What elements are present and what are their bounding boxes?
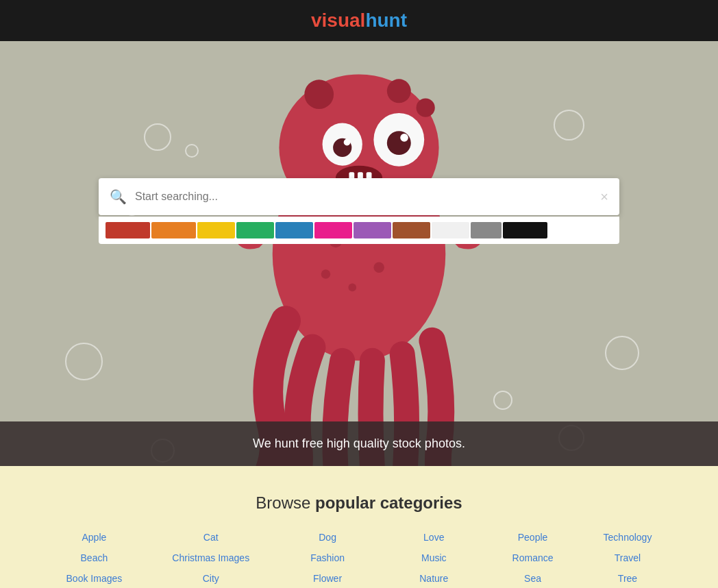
category-column: PeopleRomanceSeaSkySnow bbox=[512, 532, 554, 588]
color-swatch[interactable] bbox=[503, 222, 547, 238]
logo-visual: visual bbox=[311, 10, 365, 31]
color-swatch[interactable] bbox=[106, 222, 150, 238]
hero-section: 🔍 × We hunt free high quality stock phot… bbox=[0, 41, 718, 466]
category-link[interactable]: Sea bbox=[524, 573, 541, 584]
tagline-bar: We hunt free high quality stock photos. bbox=[0, 421, 718, 466]
svg-point-2 bbox=[304, 79, 334, 109]
category-column: TechnologyTravelTreeWomenWork bbox=[604, 532, 652, 588]
category-link[interactable]: Technology bbox=[604, 532, 652, 543]
color-swatch[interactable] bbox=[354, 222, 391, 238]
categories-section: Browse popular categories AppleBeachBook… bbox=[0, 466, 718, 588]
site-header: visualhunt bbox=[0, 0, 718, 41]
tagline-text: We hunt free high quality stock photos. bbox=[253, 437, 465, 450]
svg-point-4 bbox=[417, 99, 435, 117]
category-link[interactable]: Music bbox=[421, 552, 447, 563]
color-swatch[interactable] bbox=[471, 222, 502, 238]
color-swatch[interactable] bbox=[393, 222, 430, 238]
svg-point-10 bbox=[400, 134, 408, 142]
monster-svg bbox=[215, 41, 503, 466]
category-column: DogFashionFlowerFood ImagesHappy bbox=[299, 532, 356, 588]
color-swatch[interactable] bbox=[197, 222, 235, 238]
color-swatch[interactable] bbox=[275, 222, 313, 238]
svg-point-18 bbox=[348, 284, 356, 292]
search-icon: 🔍 bbox=[110, 188, 127, 205]
category-link[interactable]: Christmas Images bbox=[172, 552, 249, 563]
category-link[interactable]: Cat bbox=[203, 532, 219, 543]
color-swatch[interactable] bbox=[236, 222, 274, 238]
category-link[interactable]: Beach bbox=[81, 552, 108, 563]
svg-point-8 bbox=[387, 131, 411, 155]
category-link[interactable]: Book Images bbox=[66, 573, 123, 584]
categories-grid: AppleBeachBook ImagesBusinessCarCatChris… bbox=[41, 532, 677, 588]
logo-hunt: hunt bbox=[365, 10, 407, 31]
color-swatch[interactable] bbox=[432, 222, 469, 238]
category-column: CatChristmas ImagesCityCoffee ImagesComp… bbox=[172, 532, 249, 588]
svg-point-3 bbox=[387, 79, 411, 103]
category-column: LoveMusicNatureOfficeParty Images bbox=[406, 532, 462, 588]
category-link[interactable]: Love bbox=[423, 532, 444, 543]
category-link[interactable]: Dog bbox=[319, 532, 336, 543]
color-filter-swatches bbox=[99, 217, 619, 244]
category-column: AppleBeachBook ImagesBusinessCar bbox=[66, 532, 123, 588]
search-input[interactable] bbox=[135, 191, 600, 203]
search-bar: 🔍 × bbox=[99, 178, 619, 215]
category-link[interactable]: Travel bbox=[615, 552, 641, 563]
svg-point-19 bbox=[321, 269, 331, 279]
svg-point-9 bbox=[344, 139, 351, 146]
color-swatch[interactable] bbox=[314, 222, 352, 238]
svg-point-17 bbox=[373, 262, 384, 273]
category-link[interactable]: Romance bbox=[512, 552, 554, 563]
category-link[interactable]: Flower bbox=[313, 573, 342, 584]
category-link[interactable]: People bbox=[518, 532, 548, 543]
monster-illustration bbox=[0, 41, 718, 466]
clear-icon[interactable]: × bbox=[600, 189, 608, 205]
search-container: 🔍 × bbox=[99, 178, 619, 244]
category-link[interactable]: Apple bbox=[82, 532, 106, 543]
site-logo[interactable]: visualhunt bbox=[311, 10, 407, 32]
category-link[interactable]: Fashion bbox=[310, 552, 345, 563]
category-link[interactable]: Tree bbox=[618, 573, 637, 584]
color-swatch[interactable] bbox=[151, 222, 196, 238]
category-link[interactable]: Nature bbox=[419, 573, 448, 584]
category-link[interactable]: City bbox=[203, 573, 219, 584]
categories-title: Browse popular categories bbox=[41, 493, 677, 513]
